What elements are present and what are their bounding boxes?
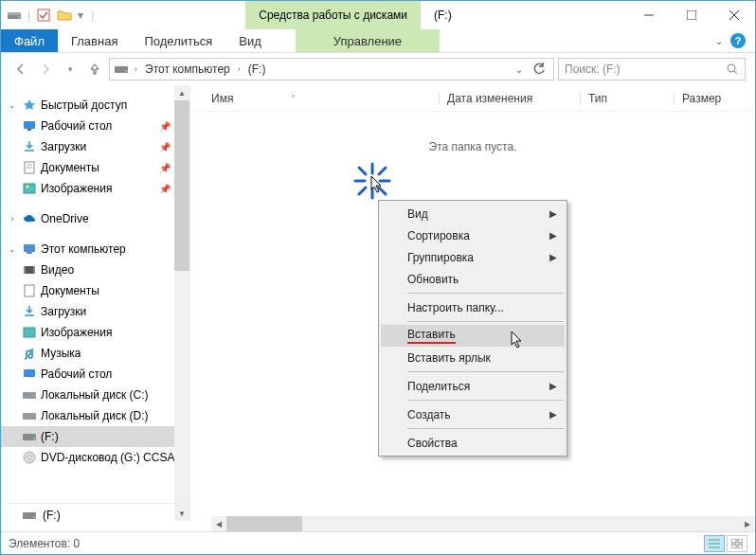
view-thumbnails-button[interactable] <box>727 535 747 552</box>
svg-rect-26 <box>24 369 35 377</box>
svg-rect-28 <box>24 393 28 395</box>
minimize-button[interactable] <box>627 2 670 28</box>
recent-dropdown-icon[interactable]: ▾ <box>60 59 81 80</box>
title-bar: | ▾ | Средства работы с дисками (F:) <box>1 1 755 29</box>
picture-icon <box>22 325 37 340</box>
address-dropdown-icon[interactable]: ⌄ <box>512 64 527 75</box>
ctx-properties[interactable]: Свойства <box>381 432 565 454</box>
sort-indicator-icon: ⌃ <box>290 94 297 102</box>
scroll-right-icon[interactable]: ▶ <box>740 516 755 531</box>
maximize-button[interactable] <box>670 2 712 28</box>
scroll-left-icon[interactable]: ◀ <box>211 516 226 531</box>
ctx-refresh[interactable]: Обновить <box>381 268 565 290</box>
chevron-right-icon[interactable]: › <box>236 64 243 74</box>
forward-button[interactable] <box>35 59 56 80</box>
sidebar-pictures[interactable]: Изображения📌 <box>1 178 189 199</box>
sidebar-drive-f[interactable]: (F:) <box>1 426 189 447</box>
svg-rect-17 <box>24 184 35 193</box>
content-hscroll[interactable]: ◀ ▶ <box>211 516 755 531</box>
search-icon[interactable] <box>726 63 739 76</box>
svg-rect-3 <box>38 9 49 21</box>
sidebar-quick-access[interactable]: ⌄Быстрый доступ <box>1 95 189 116</box>
chevron-right-icon[interactable]: › <box>133 64 139 74</box>
dvd-icon <box>22 450 37 465</box>
sidebar-desktop2[interactable]: Рабочий стол <box>1 364 189 385</box>
tab-home[interactable]: Главная <box>58 29 131 52</box>
sidebar-documents2[interactable]: Документы <box>1 280 189 301</box>
column-name[interactable]: Имя⌃ <box>211 92 439 105</box>
document-icon <box>22 283 37 298</box>
column-type[interactable]: Тип <box>588 92 674 105</box>
sidebar-downloads2[interactable]: Загрузки <box>1 301 189 322</box>
back-button[interactable] <box>10 59 31 80</box>
star-icon <box>22 98 37 113</box>
svg-rect-24 <box>25 285 34 296</box>
sidebar-desktop[interactable]: Рабочий стол📌 <box>1 116 189 136</box>
ctx-customize[interactable]: Настроить папку... <box>381 296 565 318</box>
tab-file[interactable]: Файл <box>1 29 58 52</box>
svg-rect-39 <box>731 539 736 543</box>
empty-folder-text: Эта папка пуста. <box>190 112 755 153</box>
close-button[interactable] <box>712 2 755 28</box>
ctx-paste[interactable]: Вставить <box>381 325 565 347</box>
tab-manage[interactable]: Управление <box>296 29 440 52</box>
pin-icon: 📌 <box>159 184 171 194</box>
view-details-button[interactable] <box>704 535 725 552</box>
search-input[interactable]: Поиск: (F:) <box>558 58 746 81</box>
sidebar-downloads[interactable]: Загрузки📌 <box>1 136 189 157</box>
video-icon <box>22 262 37 278</box>
computer-icon <box>22 242 37 257</box>
svg-point-31 <box>33 438 35 439</box>
svg-point-9 <box>125 70 127 72</box>
ctx-group[interactable]: Группировка▶ <box>381 246 565 268</box>
svg-point-35 <box>33 516 35 518</box>
sidebar-documents[interactable]: Документы📌 <box>1 157 189 178</box>
sidebar-dvd[interactable]: DVD-дисковод (G:) CCSA_X <box>1 447 189 468</box>
refresh-icon[interactable] <box>529 63 549 76</box>
ribbon: Файл Главная Поделиться Вид Управление ⌄… <box>1 29 755 53</box>
sidebar-local-d[interactable]: Локальный диск (D:) <box>1 405 189 426</box>
sidebar-music[interactable]: Музыка <box>1 343 189 364</box>
pin-icon: 📌 <box>159 142 171 152</box>
qat-dropdown-icon[interactable]: ▾ <box>78 9 83 22</box>
up-button[interactable] <box>84 59 105 80</box>
scroll-up-icon[interactable]: ▲ <box>174 85 189 100</box>
qat-separator: | <box>27 9 30 22</box>
breadcrumb-f[interactable]: (F:) <box>246 61 268 78</box>
scroll-thumb[interactable] <box>174 100 189 271</box>
status-bar: Элементов: 0 <box>1 531 755 554</box>
scroll-thumb[interactable] <box>226 516 302 531</box>
sidebar-footer-drive[interactable]: (F:) <box>1 503 190 526</box>
help-icon[interactable]: ? <box>730 33 746 48</box>
folder-icon[interactable] <box>57 8 72 23</box>
svg-rect-20 <box>27 252 32 254</box>
ctx-view[interactable]: Вид▶ <box>381 203 565 224</box>
sidebar-pictures2[interactable]: Изображения <box>1 322 189 343</box>
cloud-icon <box>22 211 37 226</box>
svg-rect-29 <box>23 413 36 420</box>
sidebar-scrollbar[interactable]: ▲ ▼ <box>174 85 189 521</box>
ctx-share[interactable]: Поделиться▶ <box>381 375 565 397</box>
download-icon <box>22 139 37 154</box>
column-size[interactable]: Размер <box>682 92 740 105</box>
svg-rect-1 <box>8 12 21 15</box>
address-input[interactable]: › Этот компьютер › (F:) ⌄ <box>109 58 554 81</box>
sidebar-local-c[interactable]: Локальный диск (C:) <box>1 385 189 405</box>
checkbox-icon[interactable] <box>36 8 51 23</box>
chevron-right-icon: ▶ <box>549 208 557 219</box>
sidebar-onedrive[interactable]: ›OneDrive <box>1 208 189 229</box>
breadcrumb-thispc[interactable]: Этот компьютер <box>143 61 232 78</box>
column-date[interactable]: Дата изменения <box>447 92 580 105</box>
svg-point-10 <box>728 64 735 72</box>
sidebar-thispc[interactable]: ⌄Этот компьютер <box>1 239 189 260</box>
navigation-pane: ⌄Быстрый доступ Рабочий стол📌 Загрузки📌 … <box>1 85 190 521</box>
tab-view[interactable]: Вид <box>225 29 275 52</box>
sidebar-footer-label: (F:) <box>43 509 61 522</box>
ribbon-expand-icon[interactable]: ⌄ <box>715 36 723 46</box>
status-elements: Элементов: 0 <box>9 537 80 550</box>
tab-share[interactable]: Поделиться <box>131 29 225 52</box>
ctx-new[interactable]: Создать▶ <box>381 403 565 425</box>
sidebar-videos[interactable]: Видео <box>1 260 189 280</box>
ctx-sort[interactable]: Сортировка▶ <box>381 224 565 246</box>
ctx-paste-shortcut[interactable]: Вставить ярлык <box>381 347 565 368</box>
